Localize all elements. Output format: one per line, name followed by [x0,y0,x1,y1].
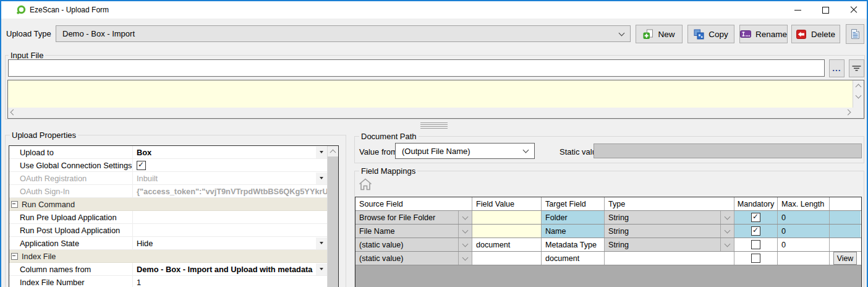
title-bar: EzeScan - Upload Form [1,1,867,19]
view-button[interactable]: View [833,252,857,265]
property-value[interactable] [132,211,328,223]
maximize-button[interactable] [812,1,840,19]
chevron-down-icon[interactable] [458,238,472,251]
property-row-upload-to: Upload to Box [9,146,328,159]
source-field-dropdown[interactable]: Browse for File Folder [355,211,472,224]
scroll-up-icon[interactable] [328,146,338,156]
copy-button[interactable]: Copy [687,25,734,43]
type-cell[interactable] [605,252,734,265]
property-group-run-command[interactable]: Run Command [9,198,328,211]
copy-icon [694,29,704,40]
value-from-value: (Output File Name) [402,147,470,156]
mandatory-checkbox[interactable] [751,226,760,236]
source-field-dropdown[interactable]: (static value) [355,238,472,251]
chevron-down-icon[interactable] [458,225,472,238]
source-field-dropdown[interactable]: (static value) [355,252,472,265]
target-field-cell[interactable]: Metadata Type [542,238,605,251]
chevron-down-icon[interactable] [458,211,472,224]
rename-button[interactable]: Rename [739,25,788,43]
splitter-handle[interactable] [420,122,448,129]
mandatory-checkbox[interactable] [751,240,760,249]
property-name: Application State [20,239,79,248]
chevron-down-icon[interactable] [458,252,472,265]
source-field-dropdown[interactable]: File Name [355,225,472,238]
close-button[interactable] [840,1,867,19]
max-length-cell[interactable] [778,252,830,265]
property-row-oauth-registration: OAuth Registration Inbuilt [9,172,328,185]
chevron-down-icon[interactable] [720,211,734,224]
delete-button-label: Delete [811,30,835,39]
delete-button[interactable]: Delete [791,25,840,43]
form-properties-button[interactable] [846,24,864,44]
dropdown-button[interactable] [316,263,327,275]
scroll-down-icon[interactable] [853,91,864,101]
property-row-application-state: Application State Hide [9,237,328,250]
property-value[interactable]: Hide [132,237,328,249]
chevron-down-icon[interactable] [720,238,734,251]
filter-button[interactable] [849,59,864,77]
property-row-pre-upload: Run Pre Upload Application [9,211,328,224]
type-dropdown[interactable]: String [605,238,734,251]
target-field-cell[interactable]: Folder [542,211,605,224]
close-icon [850,6,857,14]
property-name: Upload to [20,148,54,157]
col-actions [830,197,861,210]
new-button-label: New [658,30,674,39]
property-value[interactable]: 1 [132,276,328,287]
max-length-cell[interactable]: 0 [778,211,830,224]
property-name: Use Global Connection Settings [20,161,132,170]
collapse-icon[interactable] [11,201,18,208]
scrollbar-thumb[interactable] [328,156,338,287]
rename-icon [740,29,751,39]
mapping-row: Browse for File Folder Folder String 0 [355,211,861,225]
document-path-label: Document Path [359,132,419,141]
field-value-cell[interactable] [472,252,542,265]
property-value[interactable]: {"access_token":"vvjT9nVTrpdWtbBS6QKg5YY… [132,185,328,197]
mandatory-checkbox[interactable] [751,254,760,263]
property-name: Column names from [20,265,91,274]
upload-type-label: Upload Type [6,29,51,38]
value-from-combobox[interactable]: (Output File Name) [395,143,535,159]
input-file-field[interactable] [8,59,825,77]
new-icon [643,29,653,40]
target-field-cell[interactable]: document [542,252,605,265]
property-row-column-names: Column names from Demo - Box - Import an… [9,263,328,276]
max-length-cell[interactable]: 0 [778,225,830,238]
chevron-down-icon[interactable] [720,225,734,238]
property-group-index-file[interactable]: Index File [9,250,328,263]
type-dropdown[interactable]: String [605,225,734,238]
max-length-cell[interactable]: 0 [778,238,830,251]
browse-button[interactable]: ... [829,59,845,77]
field-value-cell[interactable]: document [472,238,542,251]
properties-vertical-scrollbar[interactable] [327,146,338,287]
field-value-cell[interactable] [472,211,542,224]
col-mandatory: Mandatory [734,197,778,210]
global-settings-checkbox[interactable] [137,161,146,170]
upload-type-combobox[interactable]: Demo - Box - Import [56,25,631,42]
scroll-up-icon[interactable] [853,80,864,91]
type-dropdown[interactable]: String [605,211,734,224]
scroll-right-icon[interactable] [843,108,853,118]
preview-horizontal-scrollbar[interactable] [8,108,853,118]
property-value[interactable]: Demo - Box - Import and Upload with meta… [132,263,328,275]
minimize-button[interactable] [784,1,812,19]
dropdown-button[interactable] [316,238,327,249]
ezescan-upload-form-window: EzeScan - Upload Form Upload Type Demo -… [0,0,868,287]
home-button[interactable] [359,178,372,191]
property-value[interactable]: Box [132,146,328,158]
maximize-icon [822,7,829,14]
property-value[interactable]: Inbuilt [132,172,328,184]
collapse-icon[interactable] [11,253,18,260]
field-value-cell[interactable] [472,225,542,238]
new-button[interactable]: New [636,25,683,43]
dropdown-button[interactable] [316,173,327,184]
mandatory-checkbox[interactable] [751,213,760,222]
property-value[interactable] [132,224,328,236]
target-field-cell[interactable]: Name [542,225,605,238]
static-value-field [594,144,862,158]
preview-vertical-scrollbar[interactable] [853,80,864,108]
dropdown-button[interactable] [316,147,327,158]
file-preview-content[interactable] [8,80,853,108]
file-preview-pane[interactable] [7,80,864,119]
scroll-left-icon[interactable] [8,108,19,118]
